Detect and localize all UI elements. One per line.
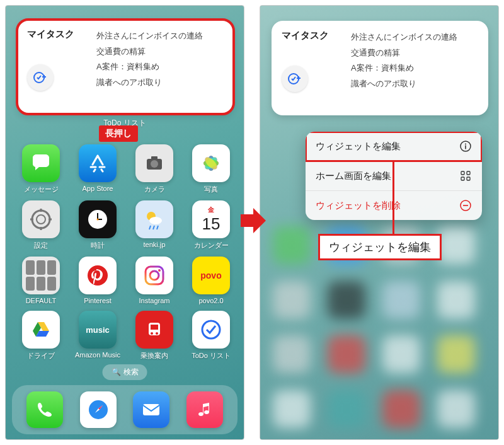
todo-widget[interactable]: マイタスク 外注さんにインボイスの連絡 交通費の精算 A案件：資料集め 識者への… [17, 20, 234, 114]
search-pill[interactable]: 🔍検索 [103, 364, 147, 380]
task-item: 交通費の精算 [351, 45, 478, 61]
svg-rect-36 [143, 404, 159, 415]
svg-point-30 [151, 332, 153, 335]
svg-point-28 [158, 269, 161, 272]
svg-rect-32 [151, 325, 158, 330]
svg-rect-26 [146, 267, 163, 284]
task-item: 交通費の精算 [96, 44, 224, 60]
widget-task-list: 外注さんにインボイスの連絡 交通費の精算 A案件：資料集め 識者へのアポ取り [96, 28, 224, 91]
app-camera[interactable]: カメラ [128, 144, 181, 194]
task-item: 外注さんにインボイスの連絡 [351, 30, 478, 45]
svg-rect-41 [461, 171, 464, 175]
callout-label: ウィジェットを編集 [318, 234, 442, 260]
svg-rect-46 [463, 205, 468, 206]
svg-point-22 [97, 219, 99, 221]
todo-widget[interactable]: マイタスク 外注さんにインボイスの連絡 交通費の精算 A案件：資料集め 識者への… [272, 21, 488, 115]
svg-rect-44 [467, 177, 470, 180]
dock-mail[interactable] [133, 391, 169, 428]
long-press-annotation: 長押し [99, 125, 138, 142]
app-pinterest[interactable]: Pinterest [71, 257, 124, 304]
app-povo[interactable]: povopovo2.0 [185, 257, 238, 304]
svg-rect-42 [467, 171, 470, 175]
home-app-grid: メッセージ App Store カメラ 写真 設定 時計 tenki.jp 金1… [14, 144, 236, 361]
svg-point-25 [88, 265, 108, 286]
svg-point-13 [37, 215, 45, 224]
task-item: A案件：資料集め [351, 61, 478, 76]
svg-point-27 [150, 271, 159, 280]
app-clock[interactable]: 時計 [71, 200, 124, 250]
dock [12, 385, 238, 434]
widget-task-list: 外注さんにインボイスの連絡 交通費の精算 A案件：資料集め 識者へのアポ取り [351, 30, 478, 92]
app-instagram[interactable]: Instagram [128, 257, 181, 304]
svg-point-33 [202, 321, 220, 338]
svg-rect-40 [465, 146, 466, 149]
app-drive[interactable]: ドライブ [14, 311, 67, 361]
callout-line [392, 161, 394, 236]
app-amazon-music[interactable]: musicAmazon Music [71, 311, 124, 361]
app-appstore[interactable]: App Store [71, 144, 124, 194]
svg-point-31 [156, 332, 158, 335]
svg-point-39 [465, 144, 466, 145]
svg-point-24 [149, 217, 162, 224]
app-todo[interactable]: ToDo リスト [185, 311, 238, 361]
svg-point-12 [32, 211, 50, 228]
svg-rect-43 [461, 177, 464, 180]
arrow-icon [241, 205, 266, 236]
apps-icon [459, 170, 472, 182]
add-task-icon[interactable] [282, 66, 308, 92]
app-calendar[interactable]: 金15カレンダー [185, 200, 238, 250]
widget-title: マイタスク [27, 28, 88, 40]
app-photos[interactable]: 写真 [185, 144, 238, 194]
menu-edit-widget[interactable]: ウィジェットを編集 [306, 132, 482, 161]
dock-safari[interactable] [80, 391, 117, 428]
task-item: 識者へのアポ取り [351, 76, 478, 92]
task-item: 外注さんにインボイスの連絡 [96, 28, 224, 44]
dock-phone[interactable] [26, 391, 63, 428]
app-default-folder[interactable]: DEFAULT [14, 257, 67, 304]
dock-music[interactable] [186, 391, 223, 428]
add-task-icon[interactable] [27, 64, 54, 91]
widget-title: マイタスク [282, 30, 342, 42]
right-phone-screen: マイタスク 外注さんにインボイスの連絡 交通費の精算 A案件：資料集め 識者への… [260, 5, 499, 440]
left-phone-screen: マイタスク 外注さんにインボイスの連絡 交通費の精算 A案件：資料集め 識者への… [5, 5, 244, 440]
app-messages[interactable]: メッセージ [14, 144, 67, 194]
app-transfer[interactable]: 乗換案内 [128, 311, 181, 361]
app-tenki[interactable]: tenki.jp [128, 200, 181, 250]
svg-rect-3 [151, 156, 158, 159]
task-item: A案件：資料集め [96, 59, 224, 75]
info-icon [459, 140, 472, 153]
app-settings[interactable]: 設定 [14, 200, 67, 250]
svg-point-2 [151, 160, 158, 168]
minus-circle-icon [459, 199, 472, 212]
task-item: 識者へのアポ取り [96, 75, 224, 91]
